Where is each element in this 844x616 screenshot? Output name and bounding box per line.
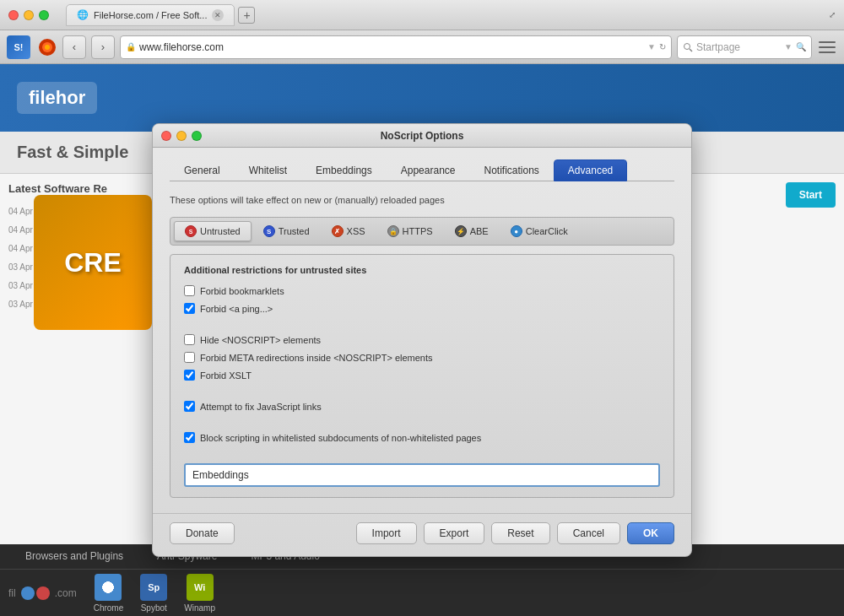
tab-notifications[interactable]: Notifications <box>469 159 553 181</box>
url-input[interactable]: www.filehorse.com <box>139 41 644 53</box>
subtab-abe[interactable]: ⚡ ABE <box>445 222 499 240</box>
option-noscript: Hide <NOSCRIPT> elements <box>184 334 660 345</box>
export-button[interactable]: Export <box>424 522 485 544</box>
tab-embeddings[interactable]: Embeddings <box>301 159 387 181</box>
browser-toolbar: S! ‹ › 🔒 www.filehorse.com ▼ ↻ Startpage… <box>0 30 844 64</box>
tab-bar: 🌐 FileHorse.com / Free Soft... ✕ + <box>66 4 820 26</box>
sub-tabs: S Untrusted S Trusted ✗ XSS 🔒 <box>170 217 674 246</box>
tab-title: FileHorse.com / Free Soft... <box>94 10 207 20</box>
clearclick-icon: ● <box>511 225 522 237</box>
minimize-button[interactable] <box>24 10 34 20</box>
tab-close-button[interactable]: ✕ <box>212 9 224 21</box>
checkbox-xslt[interactable] <box>184 370 195 381</box>
checkbox-block-scripting[interactable] <box>184 432 195 443</box>
search-input[interactable]: Startpage <box>696 41 781 53</box>
search-engine-icon <box>683 42 693 52</box>
browser-content: filehor Fast & Simple Latest Software Re… <box>0 64 844 616</box>
subtab-untrusted[interactable]: S Untrusted <box>174 221 252 241</box>
trusted-icon: S <box>263 225 275 237</box>
untrusted-icon: S <box>185 225 197 237</box>
dialog-maximize-button[interactable] <box>192 131 202 141</box>
label-aping: Forbid <a ping...> <box>200 304 273 314</box>
option-jslinks: Attempt to fix JavaScript links <box>184 401 660 412</box>
checkbox-bookmarklets[interactable] <box>184 285 195 296</box>
dialog-tabs: General Whitelist Embeddings Appearance … <box>170 159 674 181</box>
checkbox-meta[interactable] <box>184 352 195 363</box>
new-tab-button[interactable]: + <box>238 7 255 24</box>
abe-icon: ⚡ <box>455 225 467 237</box>
browser-window: 🌐 FileHorse.com / Free Soft... ✕ + ⤢ S! … <box>0 0 844 616</box>
dialog-body: General Whitelist Embeddings Appearance … <box>153 148 691 510</box>
option-bookmarklets: Forbid bookmarklets <box>184 285 660 296</box>
footer-left: Donate <box>170 522 235 544</box>
option-block-scripting: Block scripting in whitelisted subdocume… <box>184 432 660 443</box>
https-icon: 🔒 <box>387 225 399 237</box>
browser-titlebar: 🌐 FileHorse.com / Free Soft... ✕ + ⤢ <box>0 0 844 30</box>
dialog-minimize-button[interactable] <box>176 131 187 141</box>
dialog-title: NoScript Options <box>381 130 464 142</box>
section-title: Additional restrictions for untrusted si… <box>184 265 660 275</box>
svg-point-3 <box>684 43 690 49</box>
import-button[interactable]: Import <box>356 522 417 544</box>
back-button[interactable]: ‹ <box>62 35 86 59</box>
abe-label: ABE <box>470 226 489 236</box>
cancel-button[interactable]: Cancel <box>557 522 620 544</box>
label-xslt: Forbid XSLT <box>200 370 252 381</box>
tab-whitelist[interactable]: Whitelist <box>235 159 301 181</box>
https-label: HTTPS <box>403 226 433 236</box>
search-bar[interactable]: Startpage ▼ 🔍 <box>677 35 812 59</box>
xss-icon: ✗ <box>332 225 344 237</box>
dialog-titlebar: NoScript Options <box>153 124 691 148</box>
donate-button[interactable]: Donate <box>170 522 235 544</box>
traffic-lights <box>8 10 49 20</box>
close-button[interactable] <box>8 10 19 20</box>
untrusted-label: Untrusted <box>200 226 241 236</box>
checkbox-noscript[interactable] <box>184 334 195 345</box>
label-meta: Forbid META redirections inside <NOSCRIP… <box>200 353 433 363</box>
subtab-xss[interactable]: ✗ XSS <box>322 222 376 240</box>
svg-point-2 <box>45 45 50 50</box>
subtab-trusted[interactable]: S Trusted <box>253 222 320 240</box>
s-addon-icon[interactable]: S! <box>7 35 30 59</box>
url-bar[interactable]: 🔒 www.filehorse.com ▼ ↻ <box>120 35 672 59</box>
footer-right: Import Export Reset Cancel OK <box>356 522 674 544</box>
ok-button[interactable]: OK <box>627 522 674 544</box>
clearclick-label: ClearClick <box>526 226 568 236</box>
checkbox-aping[interactable] <box>184 303 195 314</box>
info-text: These options will take effect on new or… <box>170 195 674 205</box>
maximize-button[interactable] <box>39 10 49 20</box>
dialog-overlay: NoScript Options General Whitelist Embed… <box>0 64 844 616</box>
menu-button[interactable] <box>817 37 837 57</box>
subtab-https[interactable]: 🔒 HTTPS <box>377 222 443 240</box>
tab-general[interactable]: General <box>170 159 235 181</box>
browser-tab[interactable]: 🌐 FileHorse.com / Free Soft... ✕ <box>66 4 235 26</box>
dialog-footer: Donate Import Export Reset Cancel OK <box>153 513 691 556</box>
label-bookmarklets: Forbid bookmarklets <box>200 286 284 296</box>
embeddings-input[interactable] <box>184 463 660 487</box>
label-block-scripting: Block scripting in whitelisted subdocume… <box>200 433 481 443</box>
subtab-clearclick[interactable]: ● ClearClick <box>500 222 578 240</box>
svg-line-4 <box>690 49 692 51</box>
reset-button[interactable]: Reset <box>491 522 549 544</box>
option-meta: Forbid META redirections inside <NOSCRIP… <box>184 352 660 363</box>
options-area: Additional restrictions for untrusted si… <box>170 254 674 498</box>
resize-handle: ⤢ <box>829 10 836 19</box>
forward-button[interactable]: › <box>91 35 115 59</box>
noscript-dialog: NoScript Options General Whitelist Embed… <box>152 123 692 557</box>
option-xslt: Forbid XSLT <box>184 370 660 381</box>
dialog-traffic-lights <box>161 131 202 141</box>
option-aping: Forbid <a ping...> <box>184 303 660 314</box>
label-jslinks: Attempt to fix JavaScript links <box>200 402 322 412</box>
tab-appearance[interactable]: Appearance <box>387 159 470 181</box>
checkbox-jslinks[interactable] <box>184 401 195 412</box>
browser-addon-icon[interactable] <box>37 37 57 57</box>
xss-label: XSS <box>347 226 365 236</box>
trusted-label: Trusted <box>279 226 310 236</box>
tab-advanced[interactable]: Advanced <box>554 159 627 181</box>
label-noscript: Hide <NOSCRIPT> elements <box>200 335 321 345</box>
dialog-close-button[interactable] <box>161 131 171 141</box>
